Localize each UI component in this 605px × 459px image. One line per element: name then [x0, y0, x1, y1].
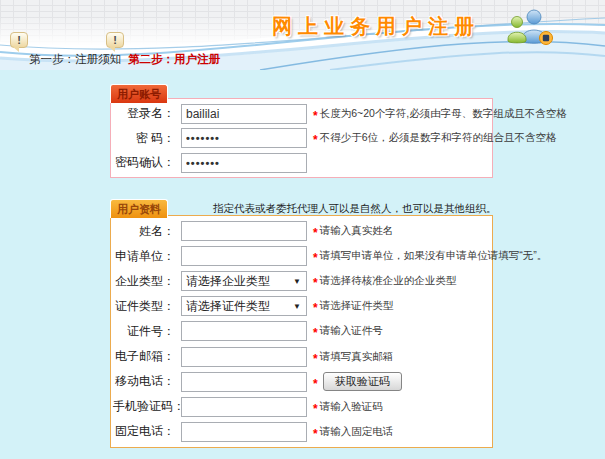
tab-account-section: 用户账号: [110, 84, 168, 103]
tab-profile-section: 用户资料: [110, 199, 168, 218]
id-type-hint: *请选择证件类型: [313, 299, 393, 313]
step2-alert-icon: !: [106, 32, 124, 48]
mobile-phone-row: 移动电话：*获取验证码: [111, 372, 492, 392]
apply-unit-input[interactable]: [181, 246, 307, 266]
apply-unit-hint-text: 请填写申请单位，如果没有申请单位请填写“无”。: [320, 249, 548, 263]
real-name-hint-text: 请输入真实姓名: [320, 224, 394, 238]
password-confirm-label: 密码确认：: [113, 154, 175, 171]
id-type-row: 证件类型：请选择证件类型▼*请选择证件类型: [111, 296, 492, 316]
mobile-phone-get-code-button[interactable]: 获取验证码: [323, 372, 402, 391]
required-star-icon: *: [313, 276, 318, 290]
enterprise-type-select[interactable]: 请选择企业类型▼: [181, 271, 307, 291]
login-name-row: 登录名：*长度为6~20个字符,必须由字母、数字组成且不含空格: [111, 104, 492, 124]
mobile-phone-hint: *获取验证码: [313, 372, 402, 391]
required-star-icon: *: [313, 251, 318, 265]
id-number-label: 证件号：: [113, 323, 175, 340]
enterprise-type-hint-text: 请选择待核准企业的企业类型: [320, 274, 457, 288]
registration-page: 网上业务用户注册 ! ! 第一步：注册须知 第二步：用户注册 用户账号 登录名：…: [0, 0, 605, 459]
apply-unit-label: 申请单位：: [113, 248, 175, 265]
password-label: 密 码：: [113, 130, 175, 147]
password-row: 密 码：*不得少于6位，必须是数字和字符的组合且不含空格: [111, 128, 492, 148]
real-name-label: 姓名：: [113, 223, 175, 240]
id-type-label: 证件类型：: [113, 298, 175, 315]
required-star-icon: *: [313, 402, 318, 416]
enterprise-type-selected-value: 请选择企业类型: [186, 273, 270, 290]
sms-code-hint-text: 请输入验证码: [320, 400, 383, 414]
email-label: 电子邮箱：: [113, 348, 175, 365]
required-star-icon: *: [313, 377, 318, 391]
step-2-current[interactable]: 第二步：用户注册: [128, 52, 220, 67]
id-number-hint-text: 请输入证件号: [320, 324, 383, 338]
sms-code-hint: *请输入验证码: [313, 400, 383, 414]
profile-section-note: 指定代表或者委托代理人可以是自然人，也可以是其他组织。: [213, 202, 497, 216]
id-number-hint: *请输入证件号: [313, 324, 383, 338]
required-star-icon: *: [313, 109, 318, 123]
sms-code-input[interactable]: [181, 397, 307, 417]
password-input[interactable]: [181, 128, 307, 148]
enterprise-type-label: 企业类型：: [113, 273, 175, 290]
required-star-icon: *: [313, 326, 318, 340]
password-hint: *不得少于6位，必须是数字和字符的组合且不含空格: [313, 131, 557, 145]
required-star-icon: *: [313, 301, 318, 315]
real-name-hint: *请输入真实姓名: [313, 224, 393, 238]
apply-unit-row: 申请单位：*请填写申请单位，如果没有申请单位请填写“无”。: [111, 246, 492, 266]
email-row: 电子邮箱：*请填写真实邮箱: [111, 347, 492, 367]
step-1-link[interactable]: 第一步：注册须知: [29, 52, 121, 67]
sms-code-label: 手机验证码：: [113, 398, 175, 415]
email-input[interactable]: [181, 347, 307, 367]
account-section-box: 登录名：*长度为6~20个字符,必须由字母、数字组成且不含空格密 码：*不得少于…: [110, 98, 493, 178]
id-type-selected-value: 请选择证件类型: [186, 298, 270, 315]
page-title: 网上业务用户注册: [272, 13, 480, 40]
login-name-hint-text: 长度为6~20个字符,必须由字母、数字组成且不含空格: [320, 107, 567, 121]
password-hint-text: 不得少于6位，必须是数字和字符的组合且不含空格: [320, 131, 557, 145]
real-name-input[interactable]: [181, 221, 307, 241]
landline-phone-input[interactable]: [181, 422, 307, 442]
id-type-select[interactable]: 请选择证件类型▼: [181, 296, 307, 316]
step1-alert-icon: !: [10, 32, 28, 48]
required-star-icon: *: [313, 427, 318, 441]
mobile-phone-label: 移动电话：: [113, 373, 175, 390]
login-name-label: 登录名：: [113, 105, 175, 122]
profile-section-box: 姓名：*请输入真实姓名申请单位：*请填写申请单位，如果没有申请单位请填写“无”。…: [110, 215, 493, 448]
required-star-icon: *: [313, 226, 318, 240]
email-hint: *请填写真实邮箱: [313, 350, 393, 364]
email-hint-text: 请填写真实邮箱: [320, 350, 394, 364]
required-star-icon: *: [313, 352, 318, 366]
required-star-icon: *: [313, 133, 318, 147]
id-number-input[interactable]: [181, 321, 307, 341]
enterprise-type-hint: *请选择待核准企业的企业类型: [313, 274, 456, 288]
mobile-phone-input[interactable]: [181, 372, 307, 392]
password-confirm-input[interactable]: [181, 153, 307, 173]
sms-code-row: 手机验证码：*请输入验证码: [111, 397, 492, 417]
landline-phone-label: 固定电话：: [113, 423, 175, 440]
landline-phone-hint: *请输入固定电话: [313, 425, 393, 439]
id-type-hint-text: 请选择证件类型: [320, 299, 394, 313]
landline-phone-row: 固定电话：*请输入固定电话: [111, 422, 492, 442]
login-name-hint: *长度为6~20个字符,必须由字母、数字组成且不含空格: [313, 107, 567, 121]
header-banner: 网上业务用户注册 ! ! 第一步：注册须知 第二步：用户注册: [0, 0, 605, 70]
apply-unit-hint: *请填写申请单位，如果没有申请单位请填写“无”。: [313, 249, 547, 263]
landline-phone-hint-text: 请输入固定电话: [320, 425, 394, 439]
login-name-input[interactable]: [181, 104, 307, 124]
chevron-down-icon: ▼: [293, 302, 301, 311]
real-name-row: 姓名：*请输入真实姓名: [111, 221, 492, 241]
users-icon: [506, 8, 556, 48]
password-confirm-row: 密码确认：: [111, 153, 492, 173]
id-number-row: 证件号：*请输入证件号: [111, 321, 492, 341]
chevron-down-icon: ▼: [293, 277, 301, 286]
enterprise-type-row: 企业类型：请选择企业类型▼*请选择待核准企业的企业类型: [111, 271, 492, 291]
